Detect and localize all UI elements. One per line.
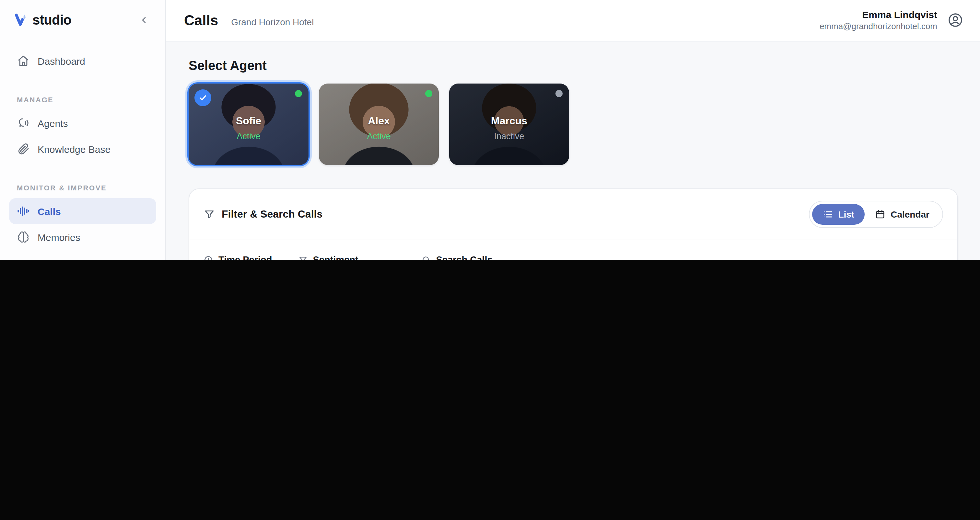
list-icon bbox=[822, 209, 833, 220]
sidebar-header: studio bbox=[0, 0, 165, 32]
agent-name: Marcus bbox=[491, 115, 527, 127]
sidebar-nav: Dashboard MANAGE Agents Knowledge Base M… bbox=[0, 32, 165, 250]
agent-name: Sofie bbox=[236, 115, 261, 127]
search-label-row: Search Calls bbox=[421, 255, 943, 260]
agent-card-row: Sofie Active bbox=[189, 84, 958, 165]
sidebar-item-label: Dashboard bbox=[38, 55, 85, 67]
agent-status: Inactive bbox=[494, 132, 524, 141]
user-email: emma@grandhorizonhotel.com bbox=[819, 21, 937, 32]
time-period-field: Time Period All Time bbox=[204, 255, 272, 260]
list-view-label: List bbox=[838, 209, 854, 220]
agent-voice-icon bbox=[17, 117, 30, 130]
sidebar-item-dashboard[interactable]: Dashboard bbox=[9, 48, 156, 74]
sidebar-item-calls[interactable]: Calls bbox=[9, 198, 156, 224]
sidebar-section-manage: MANAGE bbox=[9, 96, 156, 104]
workspace-name: Grand Horizon Hotel bbox=[231, 16, 314, 27]
clock-icon bbox=[204, 255, 213, 260]
agent-card-marcus[interactable]: Marcus Inactive bbox=[449, 84, 569, 165]
selected-check-badge bbox=[194, 89, 211, 106]
filter-title-wrap: Filter & Search Calls bbox=[204, 209, 323, 220]
app-logo: studio bbox=[14, 12, 71, 28]
funnel-small-icon bbox=[298, 255, 307, 260]
sidebar-collapse-button[interactable] bbox=[135, 12, 152, 29]
sentiment-label: Sentiment bbox=[313, 255, 358, 260]
agent-online-dot bbox=[425, 90, 432, 97]
sentiment-label-row: Sentiment bbox=[298, 255, 395, 260]
agent-name: Alex bbox=[368, 115, 390, 127]
sidebar-item-label: Agents bbox=[38, 117, 68, 128]
sidebar: studio Dashboard MANAGE bbox=[0, 0, 166, 260]
home-icon bbox=[17, 54, 30, 67]
header-user: Emma Lindqvist emma@grandhorizonhotel.co… bbox=[819, 9, 964, 32]
select-agent-heading: Select Agent bbox=[189, 58, 958, 73]
filter-card-title: Filter & Search Calls bbox=[222, 209, 323, 220]
agent-offline-dot bbox=[555, 90, 563, 97]
filter-card-header: Filter & Search Calls List bbox=[189, 189, 957, 239]
view-mode-toggle: List Calendar bbox=[809, 201, 943, 228]
sidebar-item-memories[interactable]: Memories bbox=[9, 224, 156, 250]
sidebar-item-agents[interactable]: Agents bbox=[9, 110, 156, 136]
check-icon bbox=[198, 93, 207, 102]
sidebar-item-knowledge-base[interactable]: Knowledge Base bbox=[9, 136, 156, 162]
list-view-button[interactable]: List bbox=[812, 204, 865, 225]
sentiment-field: Sentiment All Sentiments bbox=[298, 255, 395, 260]
calendar-icon bbox=[875, 209, 885, 220]
agent-status: Active bbox=[237, 132, 261, 141]
main-area: Calls Grand Horizon Hotel Emma Lindqvist… bbox=[166, 0, 980, 260]
sidebar-item-label: Knowledge Base bbox=[38, 143, 110, 154]
search-small-icon bbox=[421, 255, 431, 260]
agent-texts: Marcus Inactive bbox=[449, 84, 569, 165]
user-menu-button[interactable] bbox=[946, 11, 964, 30]
app-logo-text: studio bbox=[32, 12, 71, 28]
sidebar-section-monitor: MONITOR & IMPROVE bbox=[9, 184, 156, 192]
user-name: Emma Lindqvist bbox=[819, 9, 937, 21]
calendar-view-label: Calendar bbox=[891, 209, 929, 220]
time-period-label: Time Period bbox=[218, 255, 272, 260]
screen: studio Dashboard MANAGE bbox=[0, 0, 980, 260]
time-period-label-row: Time Period bbox=[204, 255, 272, 260]
audio-lines-icon bbox=[17, 205, 30, 217]
user-info: Emma Lindqvist emma@grandhorizonhotel.co… bbox=[819, 9, 937, 32]
funnel-icon bbox=[204, 209, 215, 220]
search-field: Search Calls bbox=[421, 255, 943, 260]
brain-icon bbox=[17, 230, 30, 244]
header-titles: Calls Grand Horizon Hotel bbox=[184, 12, 314, 29]
filter-search-card: Filter & Search Calls List bbox=[189, 189, 958, 260]
page-header: Calls Grand Horizon Hotel Emma Lindqvist… bbox=[166, 0, 980, 41]
agent-card-alex[interactable]: Alex Active bbox=[319, 84, 439, 165]
app-window: studio Dashboard MANAGE bbox=[0, 0, 980, 260]
chevron-left-icon bbox=[139, 15, 149, 25]
sidebar-spacer bbox=[0, 250, 165, 260]
paperclip-icon bbox=[17, 143, 30, 155]
calendar-view-button[interactable]: Calendar bbox=[865, 204, 940, 225]
page-title: Calls bbox=[184, 12, 218, 29]
sidebar-item-label: Memories bbox=[38, 231, 80, 243]
agent-card-sofie[interactable]: Sofie Active bbox=[189, 84, 309, 165]
agent-online-dot bbox=[295, 90, 302, 97]
user-circle-icon bbox=[947, 12, 964, 29]
agent-texts: Alex Active bbox=[319, 84, 439, 165]
search-label: Search Calls bbox=[436, 255, 492, 260]
filter-card-body: Time Period All Time bbox=[189, 240, 957, 260]
agent-status: Active bbox=[367, 132, 391, 141]
page-content: Select Agent Sofie Active bbox=[166, 41, 980, 260]
vline-logo-icon bbox=[14, 12, 30, 28]
sidebar-item-label: Calls bbox=[38, 206, 61, 217]
